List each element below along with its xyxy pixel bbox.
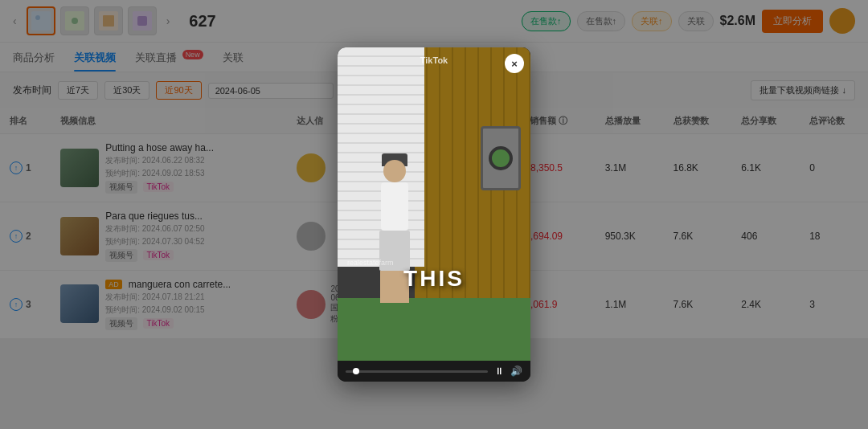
modal-overlay[interactable]: × — [0, 0, 868, 429]
grass — [338, 298, 530, 361]
person-body — [381, 182, 408, 231]
progress-dot — [353, 368, 359, 374]
video-controls: ⏸ 🔊 — [338, 361, 530, 382]
volume-btn[interactable]: 🔊 — [510, 366, 522, 377]
video-this-text: THIS — [338, 266, 530, 292]
video-preview: TikTok realestatefarm THIS — [338, 47, 530, 361]
video-modal: × — [338, 47, 530, 382]
video-scene: TikTok realestatefarm THIS — [338, 47, 530, 361]
reel-frame — [481, 126, 521, 190]
reel-circle — [489, 146, 513, 170]
play-pause-btn[interactable]: ⏸ — [494, 366, 504, 377]
hose-reel — [481, 126, 521, 206]
progress-bar[interactable] — [346, 370, 488, 373]
person-head — [383, 160, 406, 182]
tiktok-watermark: TikTok — [420, 55, 448, 65]
modal-close-btn[interactable]: × — [505, 54, 524, 73]
